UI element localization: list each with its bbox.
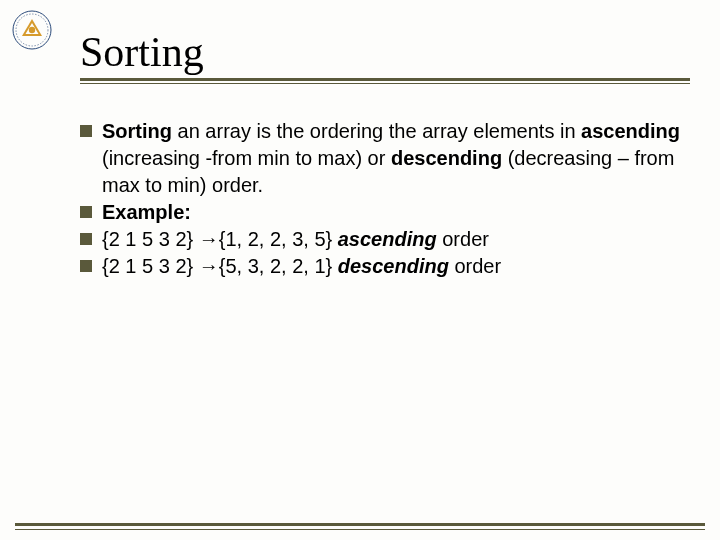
order-kind: descending: [338, 255, 449, 277]
bullet-text: {2 1 5 3 2} →{1, 2, 2, 3, 5} ascending o…: [102, 226, 680, 253]
text: order: [437, 228, 489, 250]
title-rule-thin: [80, 83, 690, 84]
slide-title: Sorting: [80, 28, 690, 76]
bullet-text: {2 1 5 3 2} →{5, 3, 2, 2, 1} descending …: [102, 253, 680, 280]
arrow-icon: →: [199, 255, 219, 277]
term-ascending: ascending: [581, 120, 680, 142]
slide-body: Sorting an array is the ordering the arr…: [80, 118, 680, 280]
footer-rule-thin: [15, 529, 705, 530]
bullet-icon: [80, 233, 92, 245]
svg-point-4: [29, 27, 35, 33]
title-block: Sorting: [80, 28, 690, 84]
text: an array is the ordering the array eleme…: [172, 120, 581, 142]
term-sorting: Sorting: [102, 120, 172, 142]
bullet-icon: [80, 125, 92, 137]
text: (increasing -from min to max) or: [102, 147, 391, 169]
bullet-example-descending: {2 1 5 3 2} →{5, 3, 2, 2, 1} descending …: [80, 253, 680, 280]
order-kind: ascending: [338, 228, 437, 250]
output-set: {5, 3, 2, 2, 1}: [219, 255, 338, 277]
text: order: [449, 255, 501, 277]
title-rule-thick: [80, 78, 690, 81]
label-example: Example:: [102, 201, 191, 223]
bullet-example-ascending: {2 1 5 3 2} →{1, 2, 2, 3, 5} ascending o…: [80, 226, 680, 253]
arrow-icon: →: [199, 228, 219, 250]
bullet-icon: [80, 260, 92, 272]
bullet-icon: [80, 206, 92, 218]
input-set: {2 1 5 3 2}: [102, 228, 199, 250]
bullet-text: Sorting an array is the ordering the arr…: [102, 118, 680, 199]
term-descending: descending: [391, 147, 502, 169]
output-set: {1, 2, 2, 3, 5}: [219, 228, 338, 250]
university-logo: [12, 10, 52, 50]
footer-rule-thick: [15, 523, 705, 526]
input-set: {2 1 5 3 2}: [102, 255, 199, 277]
bullet-definition: Sorting an array is the ordering the arr…: [80, 118, 680, 199]
bullet-text: Example:: [102, 199, 680, 226]
bullet-example-label: Example:: [80, 199, 680, 226]
